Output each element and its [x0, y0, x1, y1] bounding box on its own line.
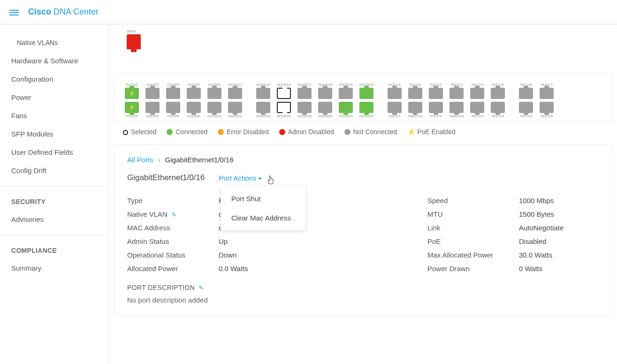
breadcrumb: All Ports › GigabitEthernet1/0/16 [127, 156, 599, 164]
port-Gi1-1-2[interactable] [429, 102, 443, 113]
port-Gi1-0-17[interactable] [297, 88, 312, 99]
cursor-icon [267, 175, 274, 186]
port-Fo1-1-1[interactable] [388, 88, 402, 99]
v-alloc: 0.0 Watts [219, 265, 248, 273]
port-desc-head: PORT DESCRIPTION✎ [127, 284, 390, 291]
sidebar-item-sfp[interactable]: SFP Modules [0, 125, 108, 143]
v-mtu: 1500 Bytes [519, 210, 554, 218]
port-Gi1-0-2[interactable] [125, 102, 139, 113]
port-Gi1-0-15[interactable] [277, 88, 291, 99]
port-Gi1-0-24[interactable] [359, 102, 373, 113]
breadcrumb-all-ports[interactable]: All Ports [127, 156, 153, 164]
sidebar-item-summary[interactable]: Summary [0, 259, 108, 277]
legend-admin: Admin Disabled [279, 128, 334, 136]
port-detail: All Ports › GigabitEthernet1/0/16 Gigabi… [114, 144, 612, 316]
dropdown-port-shut[interactable]: Port Shut [221, 189, 305, 208]
chevron-right-icon: › [158, 156, 160, 164]
port-Te1-1-8[interactable] [540, 102, 554, 113]
port-Gi1-0-8[interactable] [187, 102, 201, 113]
edit-icon[interactable]: ✎ [198, 284, 204, 291]
port-Gi1-1-4[interactable] [491, 88, 505, 99]
sidebar-item-fans[interactable]: Fans [0, 106, 108, 125]
port-Te1-1-7[interactable] [540, 88, 554, 99]
port-Gi1-0-12[interactable] [228, 102, 242, 113]
k-admin: Admin Status [127, 237, 219, 245]
port-Te1-1-5[interactable] [519, 88, 533, 99]
port-Gi1-1-1[interactable] [429, 88, 443, 99]
port-Gi1-0-13[interactable] [256, 88, 270, 99]
port-Gi1-0-16[interactable] [277, 102, 291, 113]
sidebar: Native VLANs Hardware & Software Configu… [0, 24, 109, 364]
k-type: Type [127, 197, 219, 205]
bolt-icon: ⚡ [407, 128, 415, 136]
sidebar-item-hardware[interactable]: Hardware & Software [0, 52, 108, 70]
port-Te1-1-2[interactable] [449, 88, 464, 99]
sidebar-item-drift[interactable]: Config Drift [0, 161, 108, 180]
port-Gi1-0-6[interactable] [166, 102, 180, 113]
legend-selected: Selected [123, 128, 156, 136]
port-Gi1-0-1[interactable] [125, 88, 139, 99]
port-actions-label: Port Actions [219, 174, 256, 182]
port-Gi1-0-10[interactable] [207, 102, 221, 113]
port-Gi1-0-20[interactable] [318, 102, 332, 113]
ring-icon [123, 130, 128, 135]
port-Gi1-0-14[interactable] [256, 102, 270, 113]
ports-panel: Gi1/0/1Gi1/0/3Gi1/0/5Gi1/0/7Gi1/0/9Gi1/0… [114, 73, 612, 121]
main: Gi0/0 Gi1/0/1Gi1/0/3Gi1/0/5Gi1/0/7Gi1/0/… [109, 24, 617, 364]
port-Te1-1-3[interactable] [470, 102, 484, 113]
menu-icon[interactable] [9, 8, 19, 16]
port-Gi1-0-5[interactable] [166, 88, 180, 99]
edit-icon[interactable]: ✎ [171, 211, 176, 218]
v-oper: Down [219, 251, 236, 259]
k-drawn: Power Drawn [427, 265, 519, 273]
port-Gi1-0-21[interactable] [339, 88, 353, 99]
k-nvlan: Native VLAN✎ [127, 210, 219, 218]
dot-icon [167, 129, 173, 135]
sidebar-item-native-vlans[interactable]: Native VLANs [0, 34, 108, 52]
port-Te1-1-1[interactable] [408, 88, 422, 99]
sidebar-item-udf[interactable]: User Defined Fields [0, 143, 108, 161]
v-admin: Up [219, 237, 228, 245]
dropdown-clear-mac[interactable]: Clear Mac Address [221, 208, 305, 228]
legend: Selected Connected Error Disabled Admin … [109, 121, 617, 142]
k-speed: Speed [427, 197, 519, 205]
port-Twe1-1-2[interactable] [449, 102, 464, 113]
brand-light: DNA Center [53, 7, 99, 16]
chassis: Gi0/0 [109, 24, 617, 59]
brand-bold: Cisco [28, 7, 51, 16]
k-oper: Operational Status [127, 251, 219, 259]
port-Gi1-0-18[interactable] [297, 102, 312, 113]
caret-up-icon [258, 177, 262, 179]
port-Te1-1-6[interactable] [519, 102, 533, 113]
sidebar-item-advisories[interactable]: Advisories [0, 210, 108, 228]
dot-icon [218, 129, 224, 135]
port-Gi1-0-9[interactable] [207, 88, 221, 99]
dot-icon [344, 129, 350, 135]
legend-notconn: Not Connected [344, 128, 397, 136]
port-label: Gi1/0/16 [277, 114, 291, 118]
port-Gi1-0-11[interactable] [228, 88, 242, 99]
breadcrumb-current: GigabitEthernet1/0/16 [165, 156, 234, 164]
port-Gi1-0-7[interactable] [187, 88, 201, 99]
port-Te1-1-3[interactable] [470, 88, 484, 99]
port-Gi1-0-22[interactable] [339, 102, 353, 113]
chassis-port-icon[interactable] [127, 34, 141, 49]
k-mac: MAC Address [127, 224, 219, 232]
k-poe: PoE [427, 237, 519, 245]
port-Gi1-1-1[interactable] [388, 102, 402, 113]
port-desc-value: No port description added [127, 296, 390, 304]
k-maxp: Max Allocated Power [427, 251, 519, 259]
sidebar-item-configuration[interactable]: Configuration [0, 70, 108, 88]
port-Gi1-0-4[interactable] [145, 102, 160, 113]
port-Gi1-0-23[interactable] [359, 88, 373, 99]
topbar: Cisco DNA Center [0, 0, 617, 24]
port-actions-button[interactable]: Port Actions [219, 174, 262, 182]
sidebar-item-power[interactable]: Power [0, 88, 108, 106]
port-Gi1-0-19[interactable] [318, 88, 332, 99]
port-Gi1-0-3[interactable] [145, 88, 160, 99]
v-link: AutoNegotiate [519, 224, 564, 232]
port-Te1-1-4[interactable] [491, 102, 505, 113]
legend-poe: ⚡PoE Enabled [407, 128, 456, 136]
port-Twe1-1-1[interactable] [408, 102, 422, 113]
divider [0, 235, 108, 235]
